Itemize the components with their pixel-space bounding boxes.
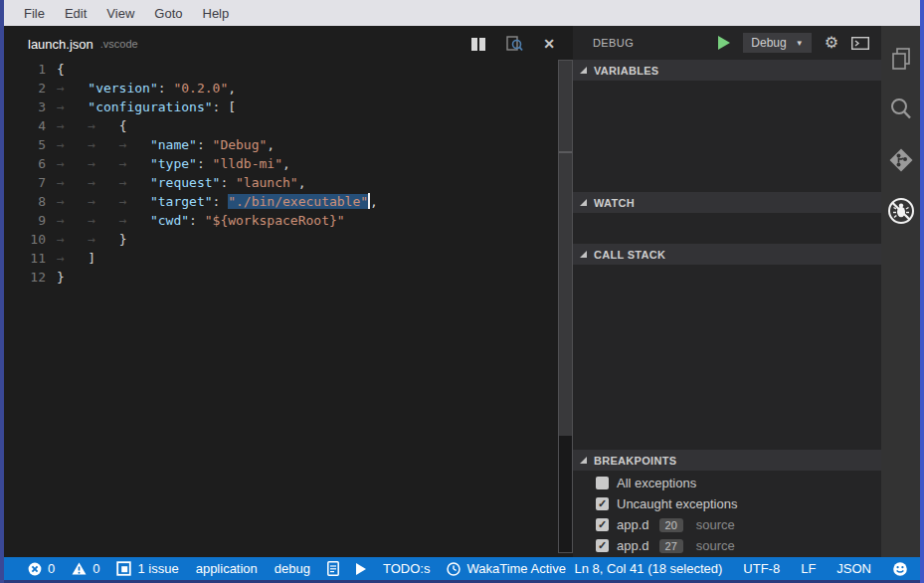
status-right: Ln 8, Col 41 (18 selected) UTF-8 LF JSON [574,561,908,577]
section-breakpoints[interactable]: BREAKPOINTS [573,450,881,471]
section-label: WATCH [594,197,635,209]
line-content: → → → "type": "lldb-mi", [46,156,290,171]
debug-console-icon[interactable] [851,37,869,50]
issues-item[interactable]: 1 issue [116,561,178,576]
explorer-icon[interactable] [886,44,916,74]
breakpoint-checkbox[interactable]: ✓ [596,518,609,531]
gear-icon[interactable]: ⚙ [825,35,838,51]
code-line[interactable]: 9→ → → "cwd": "${workspaceRoot}" [4,211,557,230]
code-token: → [57,99,88,114]
section-variables[interactable]: VARIABLES [573,60,881,81]
menu-bar: File Edit View Goto Help [4,0,920,26]
line-number[interactable]: 10 [4,230,46,249]
code-token: : [ [213,99,236,114]
line-number[interactable]: 5 [4,135,46,154]
menu-view[interactable]: View [96,6,144,21]
status-left: 0 0 1 issue application debug [28,561,566,576]
preview-icon[interactable] [506,36,523,52]
language-mode-item[interactable]: JSON [836,561,871,576]
run-task-icon[interactable] [356,563,366,575]
debug-config-dropdown[interactable]: Debug ▼ [743,33,811,53]
breakpoint-checkbox[interactable] [596,477,609,489]
line-number[interactable]: 12 [4,268,46,287]
error-indicator[interactable]: 0 [28,561,55,576]
close-icon[interactable]: ✕ [543,37,555,51]
code-line[interactable]: 4→ → { [4,116,557,135]
wakatime-item[interactable]: WakaTime Active [447,561,565,576]
cursor-position[interactable]: Ln 8, Col 41 (18 selected) [574,561,722,576]
menu-goto[interactable]: Goto [144,6,192,21]
menu-help[interactable]: Help [193,6,240,21]
expand-triangle-icon [580,67,587,74]
line-number[interactable]: 8 [4,192,46,211]
eol-item[interactable]: LF [801,561,816,576]
code-line[interactable]: 5→ → → "name": "Debug", [4,135,557,154]
code-line[interactable]: 11→ ] [4,249,557,268]
menu-edit[interactable]: Edit [55,6,96,21]
breakpoint-row[interactable]: All exceptions [573,473,881,493]
breakpoint-label: All exceptions [617,476,696,490]
code-token: "0.2.0" [173,81,228,96]
line-number-badge: 27 [659,539,683,553]
git-icon[interactable] [886,145,916,175]
breakpoint-row[interactable]: ✓Uncaught exceptions [573,493,881,514]
todo-item[interactable]: TODO:s [383,561,430,576]
line-number[interactable]: 6 [4,154,46,173]
code-line[interactable]: 12} [4,268,557,287]
warning-icon [72,562,87,575]
code-token: → [88,137,118,152]
application-item[interactable]: application [196,561,258,576]
code-token: → [57,156,88,171]
line-number[interactable]: 1 [4,60,46,79]
section-call-stack[interactable]: CALL STACK [573,244,881,265]
line-number[interactable]: 9 [4,211,46,230]
code-token: : [220,175,236,190]
code-line[interactable]: 8→ → → "target": "./bin/executable", [4,192,557,211]
code-token: { [119,118,127,133]
expand-triangle-icon [580,199,587,206]
warning-indicator[interactable]: 0 [72,561,99,576]
code-token: → [57,81,88,96]
section-watch[interactable]: WATCH [573,192,881,213]
search-icon[interactable] [886,95,916,124]
scrollbar-divider [559,151,572,153]
line-content: → → → "cwd": "${workspaceRoot}" [46,213,345,228]
scrollbar-thumb[interactable] [559,61,572,436]
line-number[interactable]: 2 [4,79,46,97]
line-number[interactable]: 7 [4,173,46,192]
line-number[interactable]: 11 [4,249,46,268]
code-line[interactable]: 10→ → } [4,230,557,249]
breakpoint-checkbox[interactable]: ✓ [596,539,609,552]
error-icon [28,562,42,576]
breakpoint-row[interactable]: ✓app.d20source [573,514,881,535]
line-number[interactable]: 4 [4,116,46,135]
tab-filename[interactable]: launch.json [28,37,93,52]
section-label: VARIABLES [594,65,658,77]
editor-scrollbar[interactable] [558,60,573,553]
feedback-smiley-icon[interactable] [892,561,908,577]
code-token: , [370,194,378,209]
line-number[interactable]: 3 [4,97,46,116]
line-content: → "configurations": [ [46,99,236,114]
window-border-right [920,0,924,583]
start-debug-icon[interactable] [718,36,730,50]
encoding-item[interactable]: UTF-8 [743,561,780,576]
code-token: "type" [150,156,197,171]
debug-icon[interactable] [886,196,916,226]
code-token: → [88,118,118,133]
code-line[interactable]: 2→ "version": "0.2.0", [4,79,557,97]
breakpoint-row[interactable]: ✓app.d27source [573,535,881,556]
code-line[interactable]: 7→ → → "request": "launch", [4,173,557,192]
document-icon[interactable] [327,561,339,576]
debug-config-label: Debug [751,36,786,50]
code-line[interactable]: 1{ [4,60,557,79]
code-lines[interactable]: 1{2→ "version": "0.2.0",3→ "configuratio… [4,60,557,287]
menu-file[interactable]: File [14,6,55,21]
code-token: → [88,175,118,190]
code-token: → [119,213,150,228]
split-editor-icon[interactable] [471,38,486,51]
code-line[interactable]: 6→ → → "type": "lldb-mi", [4,154,557,173]
debug-item[interactable]: debug [275,561,310,576]
code-line[interactable]: 3→ "configurations": [ [4,97,557,116]
breakpoint-checkbox[interactable]: ✓ [596,497,609,510]
